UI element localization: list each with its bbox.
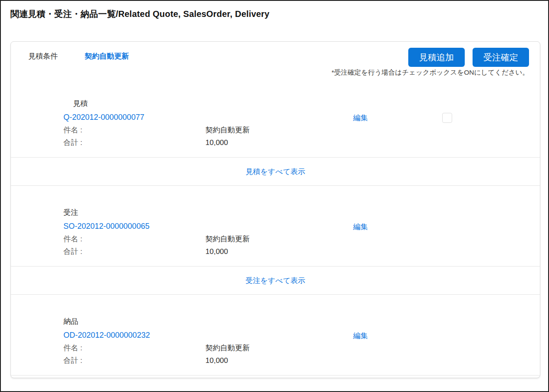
delivery-view-all-row: 納品をすべて表示 — [11, 375, 540, 378]
quote-view-all-link[interactable]: 見積をすべて表示 — [245, 167, 305, 177]
confirm-order-button[interactable]: 受注確定 — [473, 48, 529, 67]
quote-condition-row: 見積条件 契約自動更新 — [28, 52, 58, 61]
total-field-value: 10,000 — [205, 356, 228, 365]
related-list-card: 見積条件 契約自動更新 見積追加 受注確定 *受注確定を行う場合はチェックボック… — [10, 41, 540, 378]
quote-section: 見積 Q-202012-0000000077 編集 件名 :契約自動更新 合計 … — [11, 77, 540, 186]
total-field-label: 合計 : — [63, 248, 205, 256]
quote-view-all-row: 見積をすべて表示 — [11, 157, 540, 186]
subject-field-label: 件名 : — [63, 344, 205, 352]
delivery-total-row: 合計 :10,000 — [63, 357, 540, 365]
salesorder-section-label: 受注 — [63, 209, 540, 217]
page: { "page": { "title": "関連見積・受注・納品一覧/Relat… — [0, 0, 549, 392]
delivery-record-head: OD-202012-0000000232 編集 — [63, 331, 540, 339]
delivery-section: 納品 OD-202012-0000000232 編集 件名 :契約自動更新 合計… — [11, 295, 540, 378]
quote-condition-label: 見積条件 — [28, 52, 58, 60]
subject-field-label: 件名 : — [63, 235, 205, 243]
total-field-label: 合計 : — [63, 139, 205, 147]
delivery-edit-link[interactable]: 編集 — [353, 332, 368, 340]
salesorder-total-row: 合計 :10,000 — [63, 248, 540, 256]
confirm-order-note: *受注確定を行う場合はチェックボックスをONにしてください。 — [331, 68, 529, 77]
total-field-value: 10,000 — [205, 247, 228, 256]
total-field-value: 10,000 — [205, 138, 228, 147]
salesorder-view-all-row: 受注をすべて表示 — [11, 266, 540, 295]
delivery-section-label: 納品 — [63, 318, 540, 326]
salesorder-section: 受注 SO-202012-0000000065 編集 件名 :契約自動更新 合計… — [11, 186, 540, 295]
subject-field-label: 件名 : — [63, 126, 205, 134]
salesorder-number-link[interactable]: SO-202012-0000000065 — [63, 222, 149, 231]
quote-total-row: 合計 :10,000 — [63, 139, 540, 147]
salesorder-edit-link[interactable]: 編集 — [353, 223, 368, 231]
order-confirm-checkbox[interactable] — [442, 113, 452, 123]
total-field-label: 合計 : — [63, 357, 205, 365]
quote-record-head: Q-202012-0000000077 編集 — [63, 113, 540, 122]
add-quote-button[interactable]: 見積追加 — [408, 48, 465, 67]
subject-field-value: 契約自動更新 — [205, 126, 250, 134]
delivery-subject-row: 件名 :契約自動更新 — [63, 344, 540, 352]
delivery-number-link[interactable]: OD-202012-0000000232 — [63, 331, 150, 339]
quote-subject-row: 件名 :契約自動更新 — [63, 126, 540, 134]
header-actions: 見積追加 受注確定 — [408, 48, 529, 67]
subject-field-value: 契約自動更新 — [205, 344, 250, 352]
quote-number-link[interactable]: Q-202012-0000000077 — [63, 113, 144, 122]
salesorder-view-all-link[interactable]: 受注をすべて表示 — [245, 276, 305, 286]
quote-edit-link[interactable]: 編集 — [353, 114, 368, 122]
card-header: 見積条件 契約自動更新 見積追加 受注確定 *受注確定を行う場合はチェックボック… — [11, 42, 540, 77]
page-title: 関連見積・受注・納品一覧/Related Quote, SalesOrder, … — [10, 8, 269, 20]
quote-section-label: 見積 — [73, 100, 540, 108]
quote-condition-link[interactable]: 契約自動更新 — [85, 52, 129, 61]
salesorder-record-head: SO-202012-0000000065 編集 — [63, 222, 540, 231]
salesorder-subject-row: 件名 :契約自動更新 — [63, 235, 540, 243]
subject-field-value: 契約自動更新 — [205, 235, 250, 243]
